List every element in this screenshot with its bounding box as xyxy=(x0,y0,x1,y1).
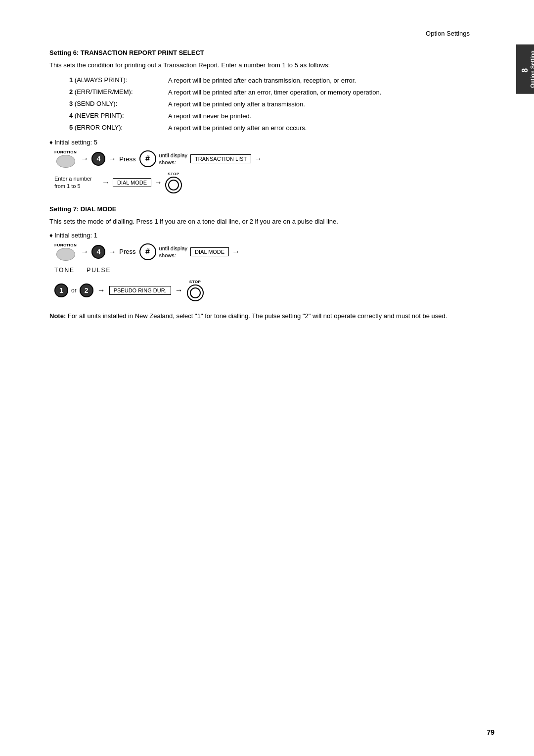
pulse-label: PULSE xyxy=(87,267,111,274)
section-6-intro: This sets the condition for printing out… xyxy=(49,60,494,70)
or-row: 1 or 2 → PSEUDO RING DUR. → STOP xyxy=(54,280,494,301)
stop-button-1: STOP xyxy=(165,172,182,193)
function-label-1: FUNCTION xyxy=(54,150,77,154)
enter-text-line2: from 1 to 5 xyxy=(54,183,81,189)
option-label-5: 5 (ERROR ONLY): xyxy=(69,124,168,131)
side-tab-text: Option Setting xyxy=(530,50,534,88)
option-desc-4: A report will never be printed. xyxy=(168,112,447,121)
function-label-2: FUNCTION xyxy=(54,243,77,247)
option-list-6: 1 (ALWAYS PRINT):A report will be printe… xyxy=(69,76,447,133)
note-body: For all units installed in New Zealand, … xyxy=(68,312,447,320)
stop-label-1: STOP xyxy=(168,172,179,176)
page-number: 79 xyxy=(487,728,494,736)
option-row-2: 2 (ERR/TIMER/MEM):A report will be print… xyxy=(69,88,447,97)
page-header: Option Settings xyxy=(49,30,494,37)
press-label-2: Press xyxy=(119,248,135,255)
arrow-1a: → xyxy=(81,154,89,163)
until-display-2: until display shows: xyxy=(159,245,187,259)
tone-pulse-row: TONE PULSE xyxy=(54,267,494,274)
hash-button-1: # xyxy=(139,150,156,167)
transaction-list-box: TRANSACTION LIST xyxy=(190,154,251,163)
hash-button-2: # xyxy=(139,243,156,260)
arrow-1c: → xyxy=(254,154,262,163)
enter-text-1: Enter a number from 1 to 5 xyxy=(54,175,99,190)
option-desc-2: A report will be printed after an error,… xyxy=(168,88,447,97)
tone-label: TONE xyxy=(54,267,75,274)
press-label-1: Press xyxy=(119,155,135,163)
arrow-1d: → xyxy=(102,178,110,187)
arrow-2e: → xyxy=(175,286,183,295)
initial-setting-7: Initial setting: 1 xyxy=(49,232,494,239)
function-button-1: FUNCTION xyxy=(54,150,77,168)
enter-text-line1: Enter a number xyxy=(54,176,92,182)
until-display-1: until display shows: xyxy=(159,152,187,166)
side-tab-number: 8 xyxy=(520,52,530,88)
section-7-intro: This sets the mode of dialling. Press 1 … xyxy=(49,217,494,227)
initial-setting-6: Initial setting: 5 xyxy=(49,139,494,146)
until-display-line1-2: until display xyxy=(159,245,187,251)
stop-circle-2 xyxy=(187,284,204,301)
arrow-2c: → xyxy=(232,247,240,256)
arrow-2b: → xyxy=(108,247,116,256)
dial-mode-box-2: DIAL MODE xyxy=(190,247,229,256)
header-title: Option Settings xyxy=(426,30,470,37)
option-label-1: 1 (ALWAYS PRINT): xyxy=(69,76,168,84)
stop-circle-1 xyxy=(165,177,182,193)
option-row-3: 3 (SEND ONLY):A report will be printed o… xyxy=(69,100,447,109)
diagram-1-row1: FUNCTION → 4 → Press # until display sho… xyxy=(54,150,494,168)
until-display-line2-2: shows: xyxy=(159,252,176,258)
option-desc-1: A report will be printed after each tran… xyxy=(168,76,447,85)
section-7: Setting 7: DIAL MODE This sets the mode … xyxy=(49,205,494,301)
note-text: Note: For all units installed in New Zea… xyxy=(49,312,447,320)
until-display-line2-1: shows: xyxy=(159,159,176,165)
side-tab: 8 Option Setting xyxy=(516,45,534,94)
dial-mode-box-1: DIAL MODE xyxy=(113,178,151,187)
section-7-heading: Setting 7: DIAL MODE xyxy=(49,205,494,213)
diagram-2: FUNCTION → 4 → Press # until display sho… xyxy=(54,243,494,301)
option-label-2: 2 (ERR/TIMER/MEM): xyxy=(69,88,168,95)
num4-button-2: 4 xyxy=(91,245,105,259)
option-row-5: 5 (ERROR ONLY):A report will be printed … xyxy=(69,124,447,133)
option-desc-5: A report will be printed only after an e… xyxy=(168,124,447,133)
stop-inner-1 xyxy=(168,180,179,190)
stop-label-2: STOP xyxy=(189,280,201,284)
note-section: Note: For all units installed in New Zea… xyxy=(49,311,494,321)
option-row-4: 4 (NEVER PRINT):A report will never be p… xyxy=(69,112,447,121)
or-text: or xyxy=(71,287,77,294)
function-oval-1 xyxy=(56,155,75,168)
arrow-2d: → xyxy=(97,286,105,295)
section-6-heading: Setting 6: TRANSACTION REPORT PRINT SELE… xyxy=(49,49,494,56)
until-display-line1-1: until display xyxy=(159,152,187,158)
num4-button-1: 4 xyxy=(91,152,105,166)
section-6: Setting 6: TRANSACTION REPORT PRINT SELE… xyxy=(49,49,494,193)
arrow-1e: → xyxy=(154,178,162,187)
page-container: 8 Option Setting Option Settings Setting… xyxy=(0,0,534,756)
stop-button-2: STOP xyxy=(187,280,204,301)
pseudo-ring-box: PSEUDO RING DUR. xyxy=(109,286,171,295)
option-label-3: 3 (SEND ONLY): xyxy=(69,100,168,107)
diagram-1: FUNCTION → 4 → Press # until display sho… xyxy=(54,150,494,193)
option-desc-3: A report will be printed only after a tr… xyxy=(168,100,447,109)
diagram-2-row1: FUNCTION → 4 → Press # until display sho… xyxy=(54,243,494,261)
diagram-1-row2: Enter a number from 1 to 5 → DIAL MODE →… xyxy=(54,172,494,193)
arrow-1b: → xyxy=(108,154,116,163)
num2-button: 2 xyxy=(80,284,93,297)
function-button-2: FUNCTION xyxy=(54,243,77,261)
function-oval-2 xyxy=(56,248,75,261)
option-label-4: 4 (NEVER PRINT): xyxy=(69,112,168,119)
arrow-2a: → xyxy=(81,247,89,256)
stop-inner-2 xyxy=(190,287,201,298)
option-row-1: 1 (ALWAYS PRINT):A report will be printe… xyxy=(69,76,447,85)
num1-button: 1 xyxy=(54,284,68,297)
